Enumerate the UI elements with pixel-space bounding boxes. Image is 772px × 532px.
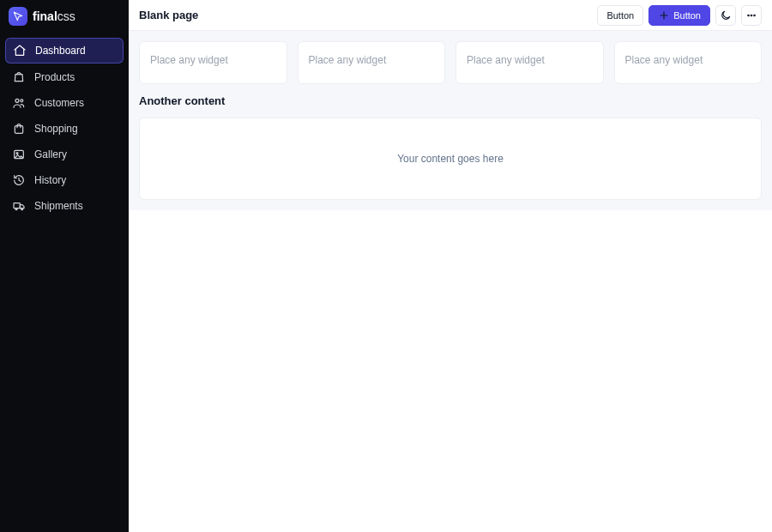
content-frame[interactable]: Your content goes here <box>139 118 762 200</box>
widget-slot[interactable]: Place any widget <box>139 41 287 84</box>
sidebar-item-label: Shopping <box>34 123 78 135</box>
sidebar-item-dashboard[interactable]: Dashboard <box>5 38 124 63</box>
sidebar-item-label: Gallery <box>34 148 67 160</box>
svg-point-7 <box>21 209 23 210</box>
sidebar-item-products[interactable]: Products <box>5 65 124 89</box>
sidebar-item-label: History <box>34 174 66 186</box>
cursor-icon <box>9 7 27 26</box>
sidebar-item-label: Customers <box>34 97 84 109</box>
widget-placeholder: Place any widget <box>309 54 435 66</box>
history-icon <box>12 173 26 187</box>
svg-point-0 <box>15 99 19 102</box>
truck-icon <box>12 199 26 213</box>
content-placeholder: Your content goes here <box>150 153 751 165</box>
content-area: Place any widget Place any widget Place … <box>129 31 772 210</box>
primary-button[interactable]: Button <box>648 5 710 26</box>
svg-point-4 <box>16 153 18 154</box>
sidebar-nav: Dashboard Products Customers Shopping Ga… <box>0 33 129 223</box>
brand-name: finalcss <box>33 9 75 23</box>
shopping-bag-icon <box>12 122 26 136</box>
sidebar: finalcss Dashboard Products Customers Sh… <box>0 0 129 532</box>
theme-toggle-button[interactable] <box>715 5 736 26</box>
more-horizontal-icon <box>745 9 757 21</box>
svg-rect-2 <box>15 126 22 134</box>
section-title: Another content <box>139 94 762 107</box>
sidebar-item-shipments[interactable]: Shipments <box>5 194 124 218</box>
page-title: Blank page <box>139 9 198 21</box>
widget-slot[interactable]: Place any widget <box>298 41 446 84</box>
widget-placeholder: Place any widget <box>625 54 751 66</box>
sidebar-item-customers[interactable]: Customers <box>5 91 124 115</box>
image-icon <box>12 148 26 161</box>
moon-icon <box>720 9 732 21</box>
bag-icon <box>12 70 26 84</box>
main: Blank page Button Button Place any widge… <box>129 0 772 532</box>
sidebar-item-shopping[interactable]: Shopping <box>5 117 124 141</box>
svg-point-10 <box>754 15 756 16</box>
home-icon <box>13 44 27 57</box>
widget-placeholder: Place any widget <box>150 54 276 66</box>
widget-slot[interactable]: Place any widget <box>455 41 604 84</box>
sidebar-item-gallery[interactable]: Gallery <box>5 142 124 166</box>
widget-placeholder: Place any widget <box>467 54 593 66</box>
svg-point-1 <box>21 100 23 102</box>
secondary-button[interactable]: Button <box>597 5 643 26</box>
plus-icon <box>658 9 670 21</box>
widget-row: Place any widget Place any widget Place … <box>139 41 762 84</box>
svg-point-8 <box>748 15 750 16</box>
more-button[interactable] <box>741 5 762 26</box>
sidebar-item-label: Dashboard <box>35 45 86 57</box>
svg-rect-5 <box>14 203 20 209</box>
button-label: Button <box>606 10 634 21</box>
svg-point-6 <box>15 209 17 210</box>
brand-logo[interactable]: finalcss <box>0 0 129 33</box>
widget-slot[interactable]: Place any widget <box>614 41 763 84</box>
sidebar-item-history[interactable]: History <box>5 168 124 192</box>
button-label: Button <box>673 10 701 21</box>
header-actions: Button Button <box>597 5 762 26</box>
sidebar-item-label: Shipments <box>34 200 83 212</box>
sidebar-item-label: Products <box>34 71 75 83</box>
svg-point-9 <box>751 15 752 16</box>
page-header: Blank page Button Button <box>129 0 772 31</box>
users-icon <box>12 96 26 110</box>
